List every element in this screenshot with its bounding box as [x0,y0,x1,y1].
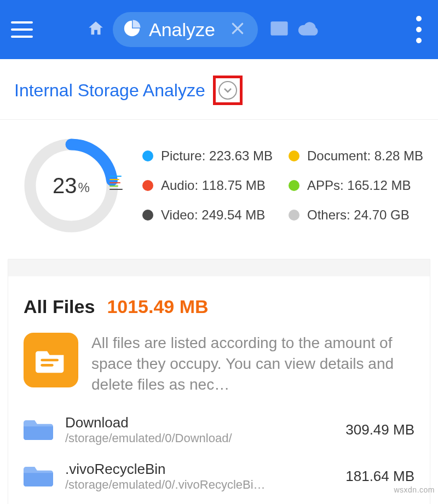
svg-rect-3 [41,359,59,362]
folder-icon [24,333,78,387]
chevron-down-icon[interactable] [218,81,237,100]
file-size: 309.49 MB [345,421,414,438]
pie-icon [123,19,141,40]
dot-icon [142,150,153,161]
dot-icon [142,180,153,191]
usage-percent: 23% [22,136,120,235]
legend-label: Others: 24.70 GB [307,207,410,223]
legend-label: Picture: 223.63 MB [161,148,273,164]
dot-icon [289,150,299,161]
file-size: 181.64 MB [345,468,414,485]
file-name: Download [65,414,333,431]
legend-document: Document: 8.28 MB [289,148,424,164]
all-files-card: All Files 1015.49 MB All files are liste… [8,276,430,504]
menu-icon[interactable] [11,16,37,43]
legend-picture: Picture: 223.63 MB [142,148,278,164]
legend-audio: Audio: 118.75 MB [142,178,278,193]
dot-icon [289,210,299,221]
page-title-row: Internal Storage Analyze [0,59,438,120]
section-gap [8,259,430,276]
dot-icon [142,210,153,221]
details-button[interactable]: Details [24,500,414,504]
app-topbar: Analyze [0,0,438,59]
legend-label: APPs: 165.12 MB [307,178,411,193]
folder-icon [24,464,53,489]
svg-rect-4 [41,364,53,367]
card-description: All files are listed according to the am… [91,333,414,395]
page-title: Internal Storage Analyze [14,80,205,101]
highlighted-dropdown [213,76,243,105]
card-header: All Files 1015.49 MB [24,296,414,317]
legend-label: Document: 8.28 MB [307,148,423,164]
folder-icon [24,418,53,443]
card-description-row: All files are listed according to the am… [24,333,414,395]
legend-apps: APPs: 165.12 MB [289,178,424,193]
analyze-tab-label: Analyze [149,19,215,40]
file-row[interactable]: .vivoRecycleBin /storage/emulated/0/.viv… [24,453,414,500]
legend: Picture: 223.63 MB Document: 8.28 MB Aud… [142,148,424,223]
card-title: All Files [24,296,95,317]
usage-percent-value: 23 [53,173,77,198]
legend-others: Others: 24.70 GB [289,207,424,223]
legend-label: Video: 249.54 MB [161,207,265,223]
cloud-icon[interactable] [298,20,319,39]
donut-stripes [110,176,123,190]
more-icon[interactable] [416,0,422,59]
watermark: wsxdn.com [394,485,435,494]
file-path: /storage/emulated/0/Download/ [65,431,306,445]
usage-percent-suffix: % [78,180,90,195]
dot-icon [289,180,299,191]
analyze-tab[interactable]: Analyze [113,12,258,47]
file-row[interactable]: Download /storage/emulated/0/Download/ 3… [24,407,414,453]
legend-label: Audio: 118.75 MB [161,178,266,193]
usage-donut: 23% [22,136,120,235]
card-total-size: 1015.49 MB [107,296,208,317]
legend-video: Video: 249.54 MB [142,207,278,223]
svg-rect-0 [270,21,287,36]
file-path: /storage/emulated/0/.vivoRecycleBi… [65,478,306,492]
sdcard-icon[interactable] [270,20,289,39]
storage-summary: 23% Picture: 223.63 MB Document: 8.28 MB… [0,120,438,251]
close-icon[interactable] [230,21,245,38]
home-icon[interactable] [87,19,105,40]
file-name: .vivoRecycleBin [65,461,333,478]
